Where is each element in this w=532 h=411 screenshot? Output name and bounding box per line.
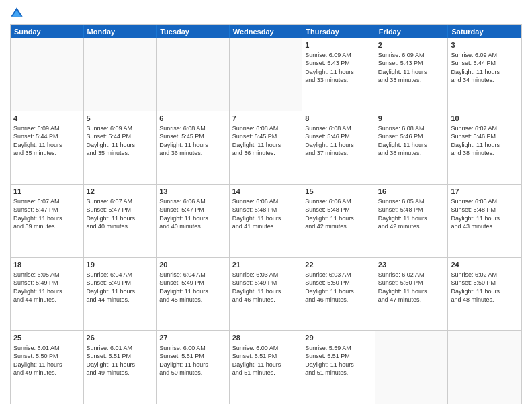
calendar-cell: 23Sunrise: 6:02 AM Sunset: 5:50 PM Dayli… xyxy=(375,258,449,330)
calendar-cell: 18Sunrise: 6:05 AM Sunset: 5:49 PM Dayli… xyxy=(11,258,84,330)
calendar-cell: 8Sunrise: 6:08 AM Sunset: 5:46 PM Daylig… xyxy=(302,111,375,184)
day-number: 21 xyxy=(232,260,300,269)
calendar-cell xyxy=(448,331,521,404)
calendar-cell: 17Sunrise: 6:05 AM Sunset: 5:48 PM Dayli… xyxy=(448,185,521,257)
header-day: Tuesday xyxy=(157,25,230,38)
calendar-cell: 12Sunrise: 6:07 AM Sunset: 5:47 PM Dayli… xyxy=(84,185,157,257)
calendar-body: 1Sunrise: 6:09 AM Sunset: 5:43 PM Daylig… xyxy=(11,38,521,404)
calendar-cell: 5Sunrise: 6:09 AM Sunset: 5:44 PM Daylig… xyxy=(84,111,157,184)
calendar-cell: 6Sunrise: 6:08 AM Sunset: 5:45 PM Daylig… xyxy=(157,111,230,184)
calendar-cell: 28Sunrise: 6:00 AM Sunset: 5:51 PM Dayli… xyxy=(230,331,303,404)
calendar-cell: 15Sunrise: 6:06 AM Sunset: 5:48 PM Dayli… xyxy=(302,185,375,257)
day-number: 13 xyxy=(159,187,226,196)
header xyxy=(10,7,522,20)
calendar-week: 18Sunrise: 6:05 AM Sunset: 5:49 PM Dayli… xyxy=(11,257,521,330)
calendar-cell: 22Sunrise: 6:03 AM Sunset: 5:50 PM Dayli… xyxy=(302,258,375,330)
calendar-cell xyxy=(375,331,449,404)
day-info: Sunrise: 6:08 AM Sunset: 5:45 PM Dayligh… xyxy=(159,124,226,157)
day-number: 24 xyxy=(451,260,519,269)
day-number: 14 xyxy=(232,187,300,196)
calendar-cell: 20Sunrise: 6:04 AM Sunset: 5:49 PM Dayli… xyxy=(157,258,230,330)
calendar-cell: 2Sunrise: 6:09 AM Sunset: 5:43 PM Daylig… xyxy=(375,38,449,111)
page: SundayMondayTuesdayWednesdayThursdayFrid… xyxy=(0,0,532,411)
calendar-cell: 4Sunrise: 6:09 AM Sunset: 5:44 PM Daylig… xyxy=(11,111,84,184)
day-number: 5 xyxy=(87,113,154,123)
day-info: Sunrise: 6:07 AM Sunset: 5:46 PM Dayligh… xyxy=(451,124,519,157)
calendar: SundayMondayTuesdayWednesdayThursdayFrid… xyxy=(10,24,522,404)
day-info: Sunrise: 6:08 AM Sunset: 5:46 PM Dayligh… xyxy=(378,124,445,157)
day-info: Sunrise: 6:06 AM Sunset: 5:48 PM Dayligh… xyxy=(305,197,372,230)
calendar-cell: 25Sunrise: 6:01 AM Sunset: 5:50 PM Dayli… xyxy=(11,331,84,404)
day-number: 23 xyxy=(378,260,445,269)
calendar-cell: 21Sunrise: 6:03 AM Sunset: 5:49 PM Dayli… xyxy=(230,258,303,330)
day-info: Sunrise: 6:00 AM Sunset: 5:51 PM Dayligh… xyxy=(232,344,300,377)
day-number: 12 xyxy=(87,187,154,196)
day-info: Sunrise: 6:08 AM Sunset: 5:46 PM Dayligh… xyxy=(305,124,372,157)
calendar-cell: 14Sunrise: 6:06 AM Sunset: 5:48 PM Dayli… xyxy=(230,185,303,257)
day-number: 1 xyxy=(305,40,372,50)
day-number: 22 xyxy=(305,260,372,269)
day-info: Sunrise: 6:09 AM Sunset: 5:44 PM Dayligh… xyxy=(87,124,154,157)
header-day: Saturday xyxy=(448,25,521,38)
day-info: Sunrise: 6:00 AM Sunset: 5:51 PM Dayligh… xyxy=(159,344,226,377)
calendar-header: SundayMondayTuesdayWednesdayThursdayFrid… xyxy=(11,25,521,38)
day-info: Sunrise: 6:08 AM Sunset: 5:45 PM Dayligh… xyxy=(232,124,300,157)
header-day: Friday xyxy=(375,25,449,38)
calendar-cell: 27Sunrise: 6:00 AM Sunset: 5:51 PM Dayli… xyxy=(157,331,230,404)
day-info: Sunrise: 6:06 AM Sunset: 5:47 PM Dayligh… xyxy=(159,197,226,230)
day-number: 25 xyxy=(13,333,81,342)
day-info: Sunrise: 5:59 AM Sunset: 5:51 PM Dayligh… xyxy=(305,344,372,377)
day-number: 10 xyxy=(451,113,519,123)
day-number: 6 xyxy=(159,113,226,123)
day-info: Sunrise: 6:07 AM Sunset: 5:47 PM Dayligh… xyxy=(13,197,81,230)
day-info: Sunrise: 6:03 AM Sunset: 5:50 PM Dayligh… xyxy=(305,271,372,304)
day-info: Sunrise: 6:05 AM Sunset: 5:48 PM Dayligh… xyxy=(378,197,445,230)
header-day: Monday xyxy=(84,25,157,38)
calendar-cell: 29Sunrise: 5:59 AM Sunset: 5:51 PM Dayli… xyxy=(302,331,375,404)
day-number: 3 xyxy=(451,40,519,50)
day-number: 16 xyxy=(378,187,445,196)
calendar-cell: 19Sunrise: 6:04 AM Sunset: 5:49 PM Dayli… xyxy=(84,258,157,330)
calendar-cell: 1Sunrise: 6:09 AM Sunset: 5:43 PM Daylig… xyxy=(302,38,375,111)
day-number: 2 xyxy=(378,40,445,50)
day-info: Sunrise: 6:04 AM Sunset: 5:49 PM Dayligh… xyxy=(87,271,154,304)
calendar-week: 11Sunrise: 6:07 AM Sunset: 5:47 PM Dayli… xyxy=(11,184,521,257)
day-number: 26 xyxy=(87,333,154,342)
day-number: 8 xyxy=(305,113,372,123)
calendar-week: 1Sunrise: 6:09 AM Sunset: 5:43 PM Daylig… xyxy=(11,38,521,111)
calendar-cell: 16Sunrise: 6:05 AM Sunset: 5:48 PM Dayli… xyxy=(375,185,449,257)
calendar-week: 25Sunrise: 6:01 AM Sunset: 5:50 PM Dayli… xyxy=(11,330,521,404)
day-info: Sunrise: 6:01 AM Sunset: 5:50 PM Dayligh… xyxy=(13,344,81,377)
calendar-cell xyxy=(230,38,303,111)
logo xyxy=(10,7,26,20)
calendar-cell: 11Sunrise: 6:07 AM Sunset: 5:47 PM Dayli… xyxy=(11,185,84,257)
day-number: 27 xyxy=(159,333,226,342)
calendar-cell: 3Sunrise: 6:09 AM Sunset: 5:44 PM Daylig… xyxy=(448,38,521,111)
calendar-cell: 26Sunrise: 6:01 AM Sunset: 5:51 PM Dayli… xyxy=(84,331,157,404)
day-number: 9 xyxy=(378,113,445,123)
day-number: 7 xyxy=(232,113,300,123)
calendar-cell: 10Sunrise: 6:07 AM Sunset: 5:46 PM Dayli… xyxy=(448,111,521,184)
day-info: Sunrise: 6:06 AM Sunset: 5:48 PM Dayligh… xyxy=(232,197,300,230)
day-info: Sunrise: 6:03 AM Sunset: 5:49 PM Dayligh… xyxy=(232,271,300,304)
day-info: Sunrise: 6:07 AM Sunset: 5:47 PM Dayligh… xyxy=(87,197,154,230)
calendar-cell xyxy=(84,38,157,111)
day-info: Sunrise: 6:05 AM Sunset: 5:49 PM Dayligh… xyxy=(13,271,81,304)
calendar-cell: 7Sunrise: 6:08 AM Sunset: 5:45 PM Daylig… xyxy=(230,111,303,184)
day-number: 15 xyxy=(305,187,372,196)
day-info: Sunrise: 6:01 AM Sunset: 5:51 PM Dayligh… xyxy=(87,344,154,377)
day-info: Sunrise: 6:09 AM Sunset: 5:44 PM Dayligh… xyxy=(451,51,519,84)
calendar-cell xyxy=(11,38,84,111)
day-number: 11 xyxy=(13,187,81,196)
header-day: Thursday xyxy=(302,25,375,38)
day-number: 19 xyxy=(87,260,154,269)
calendar-cell xyxy=(157,38,230,111)
day-info: Sunrise: 6:09 AM Sunset: 5:44 PM Dayligh… xyxy=(13,124,81,157)
day-info: Sunrise: 6:05 AM Sunset: 5:48 PM Dayligh… xyxy=(451,197,519,230)
day-number: 28 xyxy=(232,333,300,342)
day-number: 18 xyxy=(13,260,81,269)
header-day: Wednesday xyxy=(230,25,303,38)
calendar-cell: 9Sunrise: 6:08 AM Sunset: 5:46 PM Daylig… xyxy=(375,111,449,184)
day-info: Sunrise: 6:02 AM Sunset: 5:50 PM Dayligh… xyxy=(378,271,445,304)
day-info: Sunrise: 6:09 AM Sunset: 5:43 PM Dayligh… xyxy=(305,51,372,84)
